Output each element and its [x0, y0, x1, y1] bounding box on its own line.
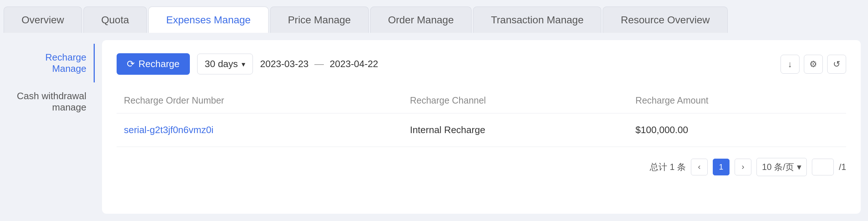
recharge-icon: ⟳: [127, 58, 135, 70]
page-size-label: 10 条/页: [762, 161, 794, 173]
tab-resource-overview[interactable]: Resource Overview: [603, 7, 727, 33]
toolbar: ⟳ Recharge 30 days ▾ 2023-03-23 — 2023-0…: [117, 53, 846, 75]
chevron-down-icon: ▾: [242, 60, 245, 69]
tab-order-manage[interactable]: Order Manage: [370, 7, 472, 33]
download-button[interactable]: ↓: [781, 55, 799, 74]
col-header-channel: Recharge Channel: [403, 89, 628, 113]
toolbar-right: ↓ ⚙ ↺: [781, 55, 846, 74]
tab-expenses-manage[interactable]: Expenses Manage: [148, 7, 269, 33]
refresh-button[interactable]: ↺: [827, 55, 846, 74]
cell-amount: $100,000.00: [628, 113, 846, 147]
page-size-chevron-icon: ▾: [797, 162, 801, 172]
refresh-icon: ↺: [833, 59, 840, 69]
date-range: 2023-03-23 — 2023-04-22: [260, 58, 378, 70]
next-page-button[interactable]: ›: [735, 159, 751, 175]
page-jump-input[interactable]: [812, 159, 834, 175]
settings-button[interactable]: ⚙: [804, 55, 823, 74]
date-end: 2023-04-22: [330, 58, 378, 70]
table-row: serial-g2t3jf0n6vmz0i Internal Recharge …: [117, 113, 846, 147]
col-header-order-number: Recharge Order Number: [117, 89, 403, 113]
col-header-amount: Recharge Amount: [628, 89, 846, 113]
next-icon: ›: [742, 162, 744, 172]
page-number: 1: [719, 162, 723, 172]
tab-quota[interactable]: Quota: [83, 7, 147, 33]
download-icon: ↓: [788, 59, 792, 69]
sidebar-item-cash-withdrawal[interactable]: Cash withdrawal manage: [7, 82, 95, 121]
tab-overview[interactable]: Overview: [4, 7, 82, 33]
sidebar-item-recharge-manage[interactable]: Recharge Manage: [7, 44, 95, 82]
pagination: 总计 1 条 ‹ 1 › 10 条/页 ▾ /1: [117, 158, 846, 176]
prev-page-button[interactable]: ‹: [691, 159, 708, 175]
date-start: 2023-03-23: [260, 58, 309, 70]
tab-price-manage[interactable]: Price Manage: [270, 7, 369, 33]
current-page-button[interactable]: 1: [713, 159, 730, 175]
content-panel: ⟳ Recharge 30 days ▾ 2023-03-23 — 2023-0…: [102, 40, 861, 214]
recharge-button[interactable]: ⟳ Recharge: [117, 53, 190, 75]
gear-icon: ⚙: [809, 59, 817, 69]
recharge-table: Recharge Order Number Recharge Channel R…: [117, 89, 846, 147]
total-pages: /1: [839, 162, 846, 172]
prev-icon: ‹: [698, 162, 700, 172]
cell-channel: Internal Recharge: [403, 113, 628, 147]
tab-bar: Overview Quota Expenses Manage Price Man…: [0, 0, 868, 33]
main-area: Recharge Manage Cash withdrawal manage ⟳…: [0, 33, 868, 221]
sidebar: Recharge Manage Cash withdrawal manage: [7, 40, 95, 214]
tab-transaction-manage[interactable]: Transaction Manage: [473, 7, 601, 33]
total-count: 总计 1 条: [650, 161, 686, 173]
date-separator: —: [314, 58, 324, 70]
days-select[interactable]: 30 days ▾: [197, 54, 253, 74]
page-size-select[interactable]: 10 条/页 ▾: [756, 158, 807, 176]
cell-order-number: serial-g2t3jf0n6vmz0i: [117, 113, 403, 147]
